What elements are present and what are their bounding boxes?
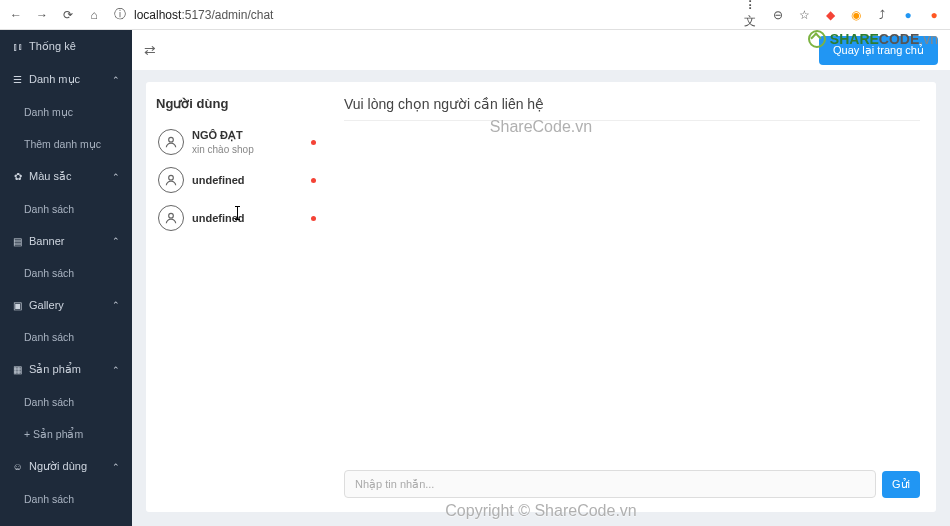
status-dot-icon bbox=[311, 216, 316, 221]
sidebar-subitem-user-list[interactable]: Danh sách bbox=[0, 483, 132, 515]
chevron-up-icon: ⌃ bbox=[112, 75, 120, 85]
chevron-up-icon: ⌃ bbox=[112, 236, 120, 246]
user-name: undefined bbox=[192, 212, 303, 224]
palette-icon: ✿ bbox=[12, 171, 23, 182]
chat-placeholder-title: Vui lòng chọn người cần liên hệ bbox=[344, 96, 920, 121]
user-name: NGÔ ĐẠT bbox=[192, 129, 303, 142]
chat-messages bbox=[344, 121, 920, 470]
avatar-icon bbox=[158, 129, 184, 155]
list-icon: ☰ bbox=[12, 74, 23, 85]
home-icon[interactable]: ⌂ bbox=[86, 7, 102, 23]
translate-icon[interactable]: ⠸文 bbox=[744, 7, 760, 23]
message-input[interactable] bbox=[344, 470, 876, 498]
box-icon: ▦ bbox=[12, 364, 23, 375]
zoom-icon[interactable]: ⊖ bbox=[770, 7, 786, 23]
sidebar-subitem-product-list[interactable]: Danh sách bbox=[0, 386, 132, 418]
url-path: :5173/admin/chat bbox=[181, 8, 273, 22]
user-item[interactable]: undefined bbox=[156, 161, 318, 199]
chevron-up-icon: ⌃ bbox=[112, 365, 120, 375]
user-item[interactable]: NGÔ ĐẠTxin chào shop bbox=[156, 123, 318, 161]
sidebar-subitem-gallery-list[interactable]: Danh sách bbox=[0, 321, 132, 353]
avatar-icon bbox=[158, 167, 184, 193]
sidebar-subitem-category[interactable]: Danh mục bbox=[0, 96, 132, 128]
url-host: localhost bbox=[134, 8, 181, 22]
chat-area: Vui lòng chọn người cần liên hệ Gửi bbox=[328, 82, 936, 512]
svg-point-2 bbox=[169, 213, 174, 218]
chart-icon: ⫿⫾ bbox=[12, 41, 23, 52]
text-cursor-icon bbox=[237, 206, 238, 220]
user-list: Người dùng NGÔ ĐẠTxin chào shop undefine… bbox=[146, 82, 328, 512]
share-icon[interactable]: ⤴ bbox=[874, 7, 890, 23]
chat-panel: Người dùng NGÔ ĐẠTxin chào shop undefine… bbox=[146, 82, 936, 512]
svg-point-1 bbox=[169, 175, 174, 180]
sidebar-subitem-add-category[interactable]: Thêm danh mục bbox=[0, 128, 132, 160]
image-icon: ▣ bbox=[12, 300, 23, 311]
watermark-logo: SHARECODE.vn bbox=[808, 30, 938, 48]
send-button[interactable]: Gửi bbox=[882, 471, 920, 498]
user-icon: ☺ bbox=[12, 461, 23, 472]
sidebar-item-category[interactable]: ☰Danh mục⌃ bbox=[0, 63, 132, 96]
star-icon[interactable]: ☆ bbox=[796, 7, 812, 23]
address-bar[interactable]: ⓘ localhost:5173/admin/chat bbox=[112, 7, 734, 23]
sidebar-subitem-add-product[interactable]: + Sản phẩm bbox=[0, 418, 132, 450]
ext1-icon[interactable]: ◆ bbox=[822, 7, 838, 23]
status-dot-icon bbox=[311, 178, 316, 183]
user-list-title: Người dùng bbox=[156, 96, 318, 111]
info-icon: ⓘ bbox=[112, 7, 128, 23]
reload-icon[interactable]: ⟳ bbox=[60, 7, 76, 23]
user-preview: xin chào shop bbox=[192, 144, 303, 155]
svg-point-0 bbox=[169, 137, 174, 142]
sidebar-item-color[interactable]: ✿Màu sắc⌃ bbox=[0, 160, 132, 193]
sidebar-item-product[interactable]: ▦Sản phẩm⌃ bbox=[0, 353, 132, 386]
forward-icon[interactable]: → bbox=[34, 7, 50, 23]
sidebar-item-stats[interactable]: ⫿⫾Thống kê bbox=[0, 30, 132, 63]
chevron-up-icon: ⌃ bbox=[112, 172, 120, 182]
chevron-up-icon: ⌃ bbox=[112, 462, 120, 472]
ext2-icon[interactable]: ◉ bbox=[848, 7, 864, 23]
sidebar-subitem-banner-list[interactable]: Danh sách bbox=[0, 257, 132, 289]
sidebar: ⫿⫾Thống kê ☰Danh mục⌃ Danh mục Thêm danh… bbox=[0, 30, 132, 526]
menu-toggle-icon[interactable]: ⇄ bbox=[144, 42, 156, 58]
sidebar-item-order[interactable]: 🛒Đơn hàng⌃ bbox=[0, 515, 132, 526]
user-name: undefined bbox=[192, 174, 303, 186]
back-icon[interactable]: ← bbox=[8, 7, 24, 23]
profile-icon[interactable]: ● bbox=[926, 7, 942, 23]
file-icon: ▤ bbox=[12, 236, 23, 247]
ext3-icon[interactable]: ● bbox=[900, 7, 916, 23]
sidebar-item-gallery[interactable]: ▣Gallery⌃ bbox=[0, 289, 132, 321]
sidebar-item-banner[interactable]: ▤Banner⌃ bbox=[0, 225, 132, 257]
browser-toolbar: ← → ⟳ ⌂ ⓘ localhost:5173/admin/chat ⠸文 ⊖… bbox=[0, 0, 950, 30]
status-dot-icon bbox=[311, 140, 316, 145]
sidebar-subitem-color-list[interactable]: Danh sách bbox=[0, 193, 132, 225]
avatar-icon bbox=[158, 205, 184, 231]
sidebar-item-user[interactable]: ☺Người dùng⌃ bbox=[0, 450, 132, 483]
chevron-up-icon: ⌃ bbox=[112, 300, 120, 310]
